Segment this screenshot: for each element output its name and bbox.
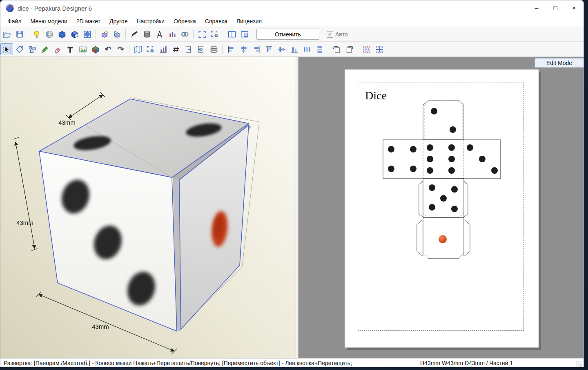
viewport-3d[interactable]: 43mm 43mm 43mm	[0, 57, 296, 358]
dimension-width-label: 43mm	[92, 323, 109, 330]
menu-help[interactable]: Справка	[200, 16, 232, 27]
texture-sphere-button[interactable]	[43, 28, 56, 40]
align-top-button[interactable]	[263, 43, 275, 55]
export-page-button[interactable]	[182, 43, 195, 55]
rotate-right-button[interactable]	[343, 43, 356, 55]
open-file-button[interactable]	[0, 28, 13, 40]
layout-page: Dice	[345, 70, 539, 348]
window-controls: – □ ×	[527, 0, 584, 16]
light-toggle-button[interactable]	[30, 28, 43, 40]
auto-checkbox[interactable]: ✓	[327, 31, 333, 38]
toolbar-separator	[223, 29, 223, 39]
net-face-one-pips	[439, 235, 447, 243]
menu-crop[interactable]: Обрезка	[169, 16, 200, 27]
dimension-height-label: 43mm	[16, 219, 33, 226]
view-shaded-button[interactable]	[68, 28, 81, 40]
toolbar-separator	[96, 29, 96, 39]
toolbar-separator	[129, 45, 129, 54]
primitive-tool-button[interactable]	[140, 28, 153, 40]
toolbar-separator	[222, 45, 223, 54]
image-tool-button[interactable]	[76, 43, 89, 55]
part-tag-button[interactable]	[13, 43, 26, 55]
cancel-button[interactable]: Отменить	[256, 29, 319, 40]
auto-checkbox-group: ✓ Авто	[327, 31, 348, 38]
arrange-parts-button[interactable]	[360, 43, 373, 55]
single-view-button[interactable]	[238, 28, 251, 40]
app-icon	[5, 4, 14, 13]
menu-settings[interactable]: Настройки	[132, 16, 169, 27]
split-view-button[interactable]	[225, 28, 238, 40]
main-area: 43mm 43mm 43mm Edit Mode Di	[0, 57, 584, 358]
select-options-button[interactable]	[208, 28, 221, 40]
window-title: dice - Pepakura Designer 6	[18, 5, 92, 12]
toolbar-separator	[328, 45, 328, 54]
dimension-height	[13, 137, 38, 251]
chart-columns-button[interactable]	[157, 43, 169, 55]
align-center-h-button[interactable]	[237, 43, 250, 55]
page-target-button[interactable]	[195, 43, 207, 55]
pane-splitter[interactable]	[296, 57, 298, 358]
rotate-left-button[interactable]	[330, 43, 343, 55]
small-parts-button[interactable]	[26, 43, 38, 55]
text-tool-button[interactable]	[64, 43, 76, 55]
menu-license[interactable]: Лицензия	[232, 16, 266, 27]
column-gauge-button[interactable]	[166, 28, 178, 40]
3d-canvas: 43mm 43mm 43mm	[0, 57, 296, 359]
joint-tool-a-button[interactable]	[98, 28, 111, 40]
joint-tool-b-button[interactable]	[111, 28, 123, 40]
app-window: dice - Pepakura Designer 6 – □ × Файл Ме…	[0, 0, 584, 367]
dimension-depth-label: 43mm	[58, 119, 76, 126]
select-area-button[interactable]	[196, 28, 208, 40]
toolbar-2d: ↶ ↷	[0, 42, 584, 57]
status-hint: Развертка: [Панорам./Масштаб.] - Колесо …	[4, 360, 352, 366]
glue-tab-right-2	[464, 181, 468, 217]
edge-numbers-button[interactable]	[169, 43, 182, 55]
draw-pen-button[interactable]	[38, 43, 51, 55]
toolbar-separator	[193, 29, 194, 39]
arrange-all-button[interactable]	[373, 43, 385, 55]
dimension-depth	[66, 92, 105, 120]
menubar: Файл Меню модели 2D макет Другое Настрой…	[0, 16, 584, 27]
distribute-v-button[interactable]	[313, 43, 326, 55]
titlebar: dice - Pepakura Designer 6 – □ ×	[0, 0, 584, 16]
menu-file[interactable]: Файл	[3, 16, 26, 27]
dice-net	[382, 97, 505, 260]
auto-checkbox-label: Авто	[335, 31, 348, 38]
eraser-button[interactable]	[51, 43, 64, 55]
toolbar-separator	[125, 29, 126, 39]
print-button[interactable]	[207, 43, 220, 55]
maximize-button[interactable]: □	[546, 0, 565, 16]
close-button[interactable]: ×	[565, 0, 584, 16]
align-bottom-button[interactable]	[288, 43, 301, 55]
menu-2d-layout[interactable]: 2D макет	[72, 16, 105, 27]
undo-button[interactable]: ↶	[102, 43, 114, 55]
viewport-2d[interactable]: Edit Mode Dice	[298, 57, 584, 358]
toolbar-separator	[28, 29, 28, 39]
toolbar-separator	[358, 45, 358, 54]
resize-grip[interactable]	[576, 361, 582, 367]
menu-other[interactable]: Другое	[105, 16, 132, 27]
link-parts-button[interactable]	[178, 28, 191, 40]
view-solid-button[interactable]	[56, 28, 68, 40]
toolbar-main: Отменить ✓ Авто	[0, 27, 584, 42]
glue-tab-left	[417, 220, 423, 256]
align-right-button[interactable]	[250, 43, 263, 55]
glue-tab-right	[464, 220, 470, 256]
view-wireframe-button[interactable]	[81, 28, 94, 40]
texture-box-button[interactable]	[89, 43, 102, 55]
knife-tool-button[interactable]	[128, 28, 140, 40]
open-map-button[interactable]	[131, 43, 144, 55]
redo-button[interactable]: ↷	[114, 43, 127, 55]
layout-options-button[interactable]	[144, 43, 157, 55]
distribute-h-button[interactable]	[301, 43, 313, 55]
align-middle-button[interactable]	[275, 43, 288, 55]
menu-model[interactable]: Меню модели	[26, 16, 71, 27]
edit-mode-tab[interactable]: Edit Mode	[535, 58, 584, 67]
measure-tool-button[interactable]	[153, 28, 166, 40]
minimize-button[interactable]: –	[527, 0, 546, 16]
save-file-button[interactable]	[13, 28, 26, 40]
statusbar: Развертка: [Панорам./Масштаб.] - Колесо …	[0, 358, 584, 367]
status-model-info: H43mm W43mm D43mm / Частей 1	[420, 360, 513, 366]
select-cursor-button[interactable]	[0, 43, 13, 55]
align-left-button[interactable]	[225, 43, 237, 55]
